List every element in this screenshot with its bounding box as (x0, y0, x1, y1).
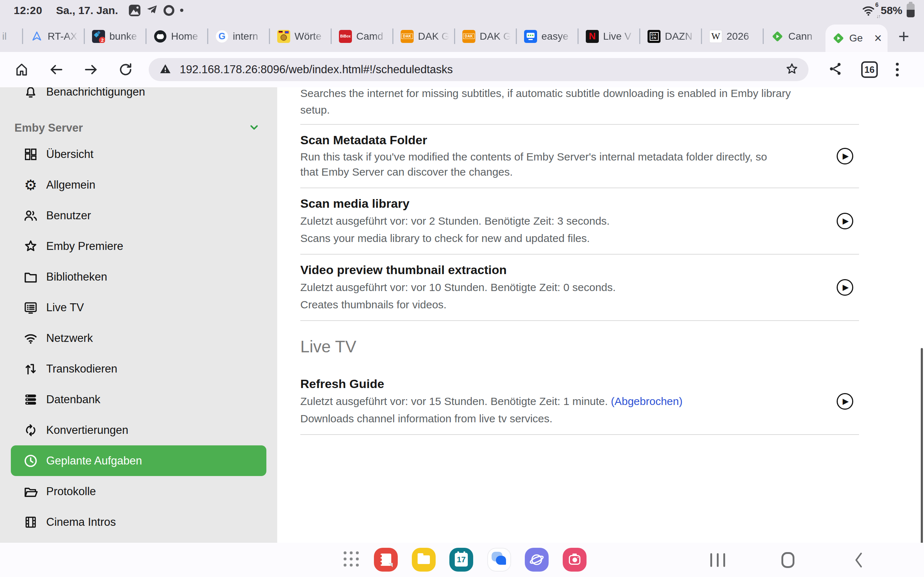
samsung-internet-app-icon[interactable] (525, 548, 549, 572)
wifi-network-icon (23, 330, 39, 347)
sidebar-item-live-tv[interactable]: Live TV (0, 292, 277, 323)
status-indicators: 6 ↓↑ 58% (861, 0, 914, 21)
forward-button[interactable] (83, 62, 99, 77)
sidebar-item-protokolle[interactable]: Protokolle (0, 476, 277, 507)
star-icon (23, 238, 39, 255)
github-icon (154, 30, 167, 43)
tab-switcher-button[interactable]: 16 (861, 61, 878, 78)
back-nav-button[interactable] (837, 543, 880, 577)
tab-dak-2[interactable]: DAK DAK G (455, 21, 517, 52)
bookmark-star-icon[interactable] (785, 62, 799, 77)
sidebar-item-datenbank[interactable]: Datenbank (0, 384, 277, 415)
battery-percent-text: 58% (881, 4, 902, 16)
tab-dictionary[interactable]: Wörte (270, 21, 332, 52)
sidebar-item-emby-premiere[interactable]: Emby Premiere (0, 231, 277, 261)
task-scan-metadata-folder: Scan Metadata Folder Run this task if yo… (300, 125, 859, 188)
folder-icon (23, 269, 39, 285)
emby-icon (771, 30, 784, 43)
battery-icon (907, 3, 914, 17)
calendar-app-icon[interactable]: 17 (449, 548, 473, 572)
reload-button[interactable] (118, 62, 134, 77)
task-description: Run this task if you've modified the con… (300, 149, 784, 180)
tab-emby-cannot[interactable]: Cann (764, 21, 825, 52)
home-button[interactable] (14, 62, 30, 77)
dak-icon: DAK (401, 30, 414, 43)
address-bar[interactable]: 192.168.178.26:8096/web/index.html#!/sch… (149, 58, 809, 81)
tab-wikipedia[interactable]: W 2026 (702, 21, 764, 52)
notes-app-icon[interactable] (374, 548, 398, 572)
share-icon[interactable] (828, 61, 843, 78)
aborted-status-link[interactable]: (Abgebrochen) (611, 395, 683, 407)
task-title: Scan Metadata Folder (300, 133, 784, 147)
back-button[interactable] (48, 62, 64, 77)
sidebar-item-geplante-aufgaben[interactable]: Geplante Aufgaben (11, 445, 267, 476)
dazn-icon: DAZN (648, 30, 661, 43)
transcode-arrows-icon (23, 361, 39, 377)
tab-google-intern[interactable]: G intern (208, 21, 270, 52)
chrome-notification-icon (163, 5, 174, 16)
sidebar-item-allgemein[interactable]: ⚙ Allgemein (0, 169, 277, 200)
tab-easy[interactable]: easye (517, 21, 578, 52)
tab-bunker[interactable]: 2 bunke (85, 21, 147, 52)
dak-icon: DAK (462, 30, 475, 43)
open-folder-icon (23, 483, 39, 500)
tab-bibox[interactable]: BiBox Camd (332, 21, 393, 52)
bibox-icon: BiBox (339, 30, 352, 43)
url-text[interactable]: 192.168.178.26:8096/web/index.html#!/sch… (180, 63, 785, 76)
camera-app-icon[interactable] (563, 548, 586, 572)
telegram-notification-icon (146, 4, 158, 17)
run-task-button[interactable]: ▶ (837, 393, 853, 410)
toolbar-actions: 16 (828, 61, 899, 78)
kodi-blue-icon: 2 (92, 30, 105, 43)
tab-strip: il RT-AX 2 bunke Home (0, 21, 924, 52)
page-scrollbar[interactable] (921, 348, 923, 545)
home-nav-button[interactable] (766, 543, 809, 577)
database-icon (23, 391, 39, 408)
recents-button[interactable] (696, 543, 739, 577)
tab-netflix[interactable]: N Live V (578, 21, 640, 52)
app-drawer-button[interactable] (344, 551, 359, 567)
chevron-down-icon[interactable] (247, 121, 261, 135)
tv-guide-icon (23, 299, 39, 316)
sidebar-item-cinema-intros[interactable]: Cinema Intros (0, 507, 277, 537)
task-last-run-status: Zuletzt ausgeführt vor: vor 2 Stunden. B… (300, 213, 610, 229)
wifi-icon: 6 ↓↑ (861, 3, 878, 18)
leo-dictionary-icon (277, 30, 290, 43)
run-task-button[interactable]: ▶ (837, 213, 853, 229)
sidebar-item-netzwerk[interactable]: Netzwerk (0, 323, 277, 353)
date-text: Sa., 17. Jan. (56, 4, 118, 16)
sidebar-item-benachrichtigungen[interactable]: Benachrichtigungen (0, 87, 277, 107)
sidebar-item-uebersicht[interactable]: Übersicht (0, 139, 277, 169)
new-tab-button[interactable]: + (888, 21, 920, 52)
tab-dazn[interactable]: DAZN DAZN (640, 21, 702, 52)
task-title: Video preview thumbnail extraction (300, 263, 616, 277)
android-browser-screen: 12:20 Sa., 17. Jan. 6 ↓↑ (0, 0, 924, 577)
task-last-run-status: Zuletzt ausgeführt vor: vor 15 Stunden. … (300, 394, 683, 409)
sidebar-item-konvertierungen[interactable]: Konvertierungen (0, 415, 277, 445)
sidebar-item-benutzer[interactable]: Benutzer (0, 200, 277, 231)
android-status-bar: 12:20 Sa., 17. Jan. 6 ↓↑ (0, 0, 924, 21)
browser-top-chrome: 12:20 Sa., 17. Jan. 6 ↓↑ (0, 0, 924, 52)
files-app-icon[interactable] (412, 548, 436, 572)
task-description: Scans your media library to check for ne… (300, 231, 610, 246)
task-video-preview-thumbnail-extraction: Video preview thumbnail extraction Zulet… (300, 255, 859, 321)
gallery-notification-icon (129, 5, 141, 16)
sidebar-item-transkodieren[interactable]: Transkodieren (0, 353, 277, 384)
url-toolbar: 192.168.178.26:8096/web/index.html#!/sch… (0, 52, 924, 87)
tab-github-home[interactable]: Home (147, 21, 208, 52)
messages-app-icon[interactable] (487, 548, 511, 572)
tab-rt-ax[interactable]: RT-AX (23, 21, 85, 52)
users-icon (23, 207, 39, 224)
tab-overflow-fragment[interactable]: il (0, 21, 23, 52)
site-warning-icon[interactable] (159, 62, 172, 77)
netflix-icon: N (586, 30, 599, 43)
tab-emby-active[interactable]: Ge × (825, 24, 888, 52)
notification-icons (129, 4, 183, 17)
tab-dak-1[interactable]: DAK DAK G (393, 21, 455, 52)
sidebar-section-emby-server[interactable]: Emby Server (0, 117, 277, 139)
run-task-button[interactable]: ▶ (837, 148, 853, 164)
close-tab-icon[interactable]: × (874, 32, 882, 45)
sidebar-item-bibliotheken[interactable]: Bibliotheken (0, 261, 277, 292)
run-task-button[interactable]: ▶ (837, 279, 853, 296)
menu-kebab-icon[interactable] (896, 63, 899, 76)
